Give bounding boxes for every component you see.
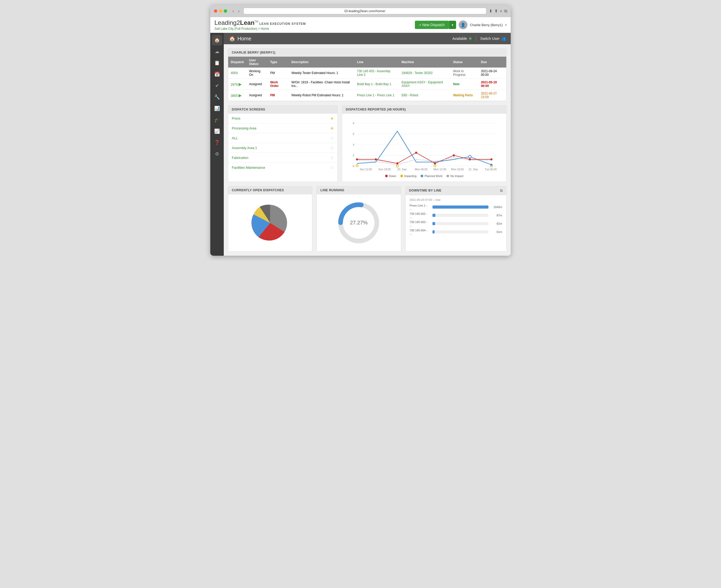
dispatch-screen-link[interactable]: ALL: [232, 136, 238, 140]
dispatch-screen-link[interactable]: Facilities Maintenance: [232, 166, 265, 169]
list-item[interactable]: Fabrication ☆: [228, 153, 338, 163]
list-item[interactable]: Processing Area ★: [228, 123, 338, 133]
breadcrumb[interactable]: Salt Lake City (Full Production) > Home: [215, 27, 306, 30]
sidebar: 🏠 ☁ 📋 📅 ✔ 🔧 📊 🎓 📈 ❓ ⚙: [210, 33, 224, 256]
dispatch-link[interactable]: 2979: [231, 83, 238, 86]
line-link[interactable]: Press Line 1 - Press Line 1: [357, 93, 395, 97]
line-link[interactable]: Build Bay 1 - Build Bay 1: [357, 82, 391, 86]
back-button[interactable]: ‹: [231, 8, 235, 14]
machine-link[interactable]: E80 - Robot: [402, 93, 418, 97]
y-label: 6: [353, 132, 354, 135]
downtime-header-row: DOWNTIME BY LINE ⧉: [405, 186, 506, 195]
no-impact-line: [357, 158, 492, 165]
user-name[interactable]: Charlie Berry (Berry1): [470, 23, 503, 27]
sidebar-item-tools[interactable]: 🔧: [212, 92, 222, 102]
list-item[interactable]: Facilities Maintenance ☆: [228, 163, 338, 172]
dispatch-link[interactable]: 4054: [231, 71, 238, 75]
new-dispatch-dropdown[interactable]: ▾: [449, 21, 456, 29]
downtime-value: 82m: [490, 222, 502, 225]
table-row: 4054 Working On PM Weekly Tester Estimat…: [228, 67, 506, 79]
sidebar-item-settings[interactable]: ⚙: [212, 149, 222, 159]
sidebar-item-analytics[interactable]: 📈: [212, 126, 222, 136]
legend-planned-label: Planned Work: [424, 174, 442, 177]
legend-down: Down: [385, 174, 396, 177]
due-cell: 2021-05-19 00:00: [478, 79, 506, 90]
due-cell: 2021-08-27 23:59: [478, 90, 506, 101]
dispatch-screen-link[interactable]: Assembly Area 1: [232, 146, 257, 150]
new-dispatch-button[interactable]: + New Dispatch: [415, 21, 448, 29]
legend-down-label: Down: [389, 174, 396, 177]
dispatch-screen-link[interactable]: Press: [232, 117, 240, 120]
main-content: 🏠 Home Available Switch User 👥: [224, 33, 511, 256]
list-item[interactable]: ALL ☆: [228, 133, 338, 143]
col-status: Status: [450, 57, 478, 67]
sidebar-item-charts[interactable]: 📊: [212, 103, 222, 113]
app-header: Leading2LeanTM LEAN EXECUTION SYSTEM Sal…: [210, 17, 511, 33]
legend-planned: Planned Work: [421, 174, 442, 177]
machine-link[interactable]: 194929 - Tester 30202: [402, 71, 433, 75]
user-status-cell: Working On: [246, 67, 268, 79]
star-icon-filled[interactable]: ★: [330, 126, 334, 131]
downtime-row: 730 145 002 - ... 87m: [410, 212, 502, 218]
window-controls: [214, 9, 227, 13]
new-tab-icon[interactable]: +: [500, 8, 502, 14]
address-bar[interactable]: l2l.leading2lean.com/home/: [243, 8, 486, 14]
play-icon[interactable]: ▶: [239, 82, 242, 86]
dispatch-screen-link[interactable]: Processing Area: [232, 126, 256, 130]
sidebar-item-cloud[interactable]: ☁: [212, 46, 222, 57]
line-cell: 730 145 002 - Assembly Line 2: [355, 67, 399, 79]
status-dot: [469, 37, 472, 40]
description-cell: W/O#: 1819 - Facilities -Chain Hoist Ins…: [289, 79, 354, 90]
switch-user-button[interactable]: Switch User 👥: [480, 37, 505, 41]
legend-no-impact: No Impact: [446, 174, 463, 177]
star-icon-empty[interactable]: ☆: [330, 165, 334, 170]
close-button[interactable]: [214, 9, 217, 13]
line-link[interactable]: 730 145 002 - Assembly Line 2: [357, 69, 390, 77]
external-link-icon[interactable]: ⧉: [500, 188, 503, 193]
status-cell: Waiting Parts: [450, 90, 478, 101]
dispatch-screen-link[interactable]: Fabrication: [232, 156, 248, 160]
download-icon[interactable]: ⬇: [489, 8, 492, 14]
user-dispatch-card: CHARLIE BERRY (BERRY1) Dispatch UserStat…: [228, 48, 506, 101]
page-title-text: Home: [238, 36, 251, 42]
machine-cell: 194929 - Tester 30202: [399, 67, 450, 79]
sidebar-item-calendar[interactable]: 📅: [212, 69, 222, 80]
sidebar-item-home[interactable]: 🏠: [212, 35, 222, 45]
sidebar-item-help[interactable]: ❓: [212, 138, 222, 148]
line-running-card: LINE RUNNING: [317, 186, 401, 252]
share-icon[interactable]: ⬆: [494, 8, 498, 14]
legend-impacting-icon: [400, 175, 403, 177]
down-dot: [375, 159, 377, 161]
forward-button[interactable]: ›: [237, 8, 241, 14]
downtime-line-name: 730 145 003 - ...: [410, 220, 430, 227]
play-icon[interactable]: ▶: [239, 93, 242, 98]
sidebar-toggle-icon[interactable]: ⧉: [504, 8, 507, 14]
downtime-bar-wrap: [433, 230, 489, 233]
star-icon-filled[interactable]: ★: [330, 116, 334, 121]
page-header: 🏠 Home Available Switch User 👥: [224, 33, 511, 44]
table-row: 3855 ▶ Assigned PM Weekly Robot PM Estim…: [228, 90, 506, 101]
app-logo: Leading2LeanTM LEAN EXECUTION SYSTEM: [215, 19, 306, 26]
logo-text: Leading2LeanTM: [215, 19, 258, 26]
star-icon-empty[interactable]: ☆: [330, 155, 334, 160]
maximize-button[interactable]: [224, 9, 227, 13]
table-body: 4054 Working On PM Weekly Tester Estimat…: [228, 67, 506, 101]
dispatch-link[interactable]: 3855: [231, 94, 238, 98]
down-dot: [396, 162, 398, 164]
list-item[interactable]: Assembly Area 1 ☆: [228, 143, 338, 153]
star-icon-empty[interactable]: ☆: [330, 135, 334, 141]
list-item[interactable]: Press ★: [228, 113, 338, 123]
logo-leading: Leading2: [215, 19, 240, 26]
minimize-button[interactable]: [219, 9, 222, 13]
col-description: Description: [289, 57, 354, 67]
header-left: Leading2LeanTM LEAN EXECUTION SYSTEM Sal…: [215, 19, 306, 30]
dispatch-screens-card: DISPATCH SCREENS Press ★ Processing Area…: [228, 105, 338, 182]
sidebar-item-training[interactable]: 🎓: [212, 114, 222, 125]
switch-user-label: Switch User: [480, 37, 500, 41]
user-caret[interactable]: ▾: [505, 24, 506, 26]
machine-link[interactable]: Equipment ASSY - Equipment ASSY: [402, 81, 443, 88]
sidebar-item-documents[interactable]: 📋: [212, 58, 222, 68]
sidebar-item-checklist[interactable]: ✔: [212, 81, 222, 91]
star-icon-empty[interactable]: ☆: [330, 145, 334, 150]
down-dot: [415, 152, 417, 154]
